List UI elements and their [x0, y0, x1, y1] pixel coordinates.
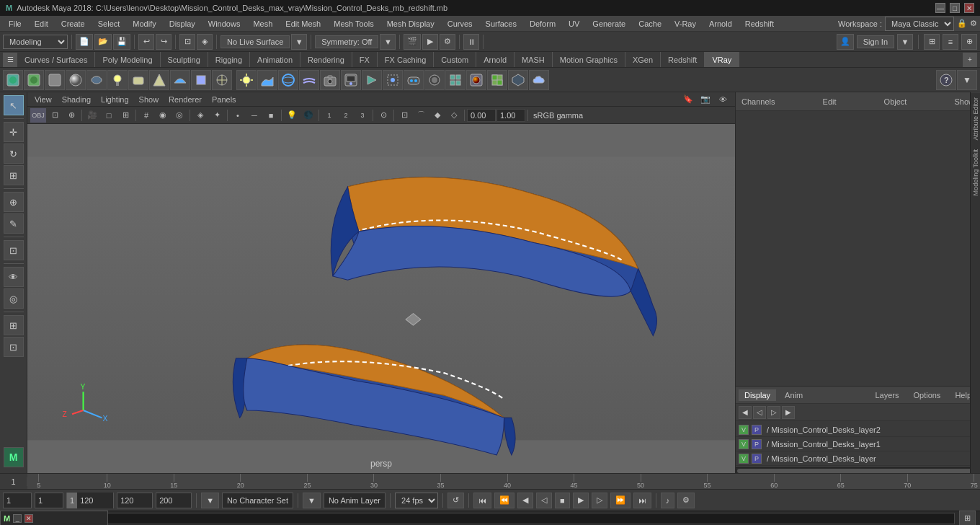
icon-light2[interactable]: [128, 70, 148, 90]
more-options-button[interactable]: ≡: [943, 34, 958, 50]
maximize-button[interactable]: □: [950, 3, 960, 13]
tab-rigging[interactable]: Rigging: [208, 52, 250, 67]
channel-tab-channels[interactable]: Channels: [741, 97, 775, 106]
attr-editor-tab[interactable]: Attribute Editor: [971, 92, 981, 145]
tab-add-icon[interactable]: +: [963, 53, 977, 67]
menu-windows[interactable]: Windows: [202, 18, 246, 30]
next-key-btn[interactable]: ▷: [592, 493, 607, 508]
current-frame-input[interactable]: [3, 493, 32, 508]
render-view-button[interactable]: 🎬: [404, 34, 421, 50]
stop-btn[interactable]: ■: [555, 493, 570, 508]
vp-bookmark-icon[interactable]: 🔖: [680, 92, 696, 107]
vp-resolution-gate[interactable]: □: [101, 108, 117, 123]
vp-grid-toggle[interactable]: #: [138, 108, 154, 123]
anim-prefs-btn[interactable]: ⚙: [677, 493, 695, 508]
icon-material-ball[interactable]: [66, 70, 86, 90]
layer-scroll-left[interactable]: [737, 469, 973, 473]
layer-row-0[interactable]: V P / Mission_Control_Desks_layer2: [736, 423, 980, 437]
tab-redshift[interactable]: Redshift: [661, 52, 705, 67]
vp-snap-curve[interactable]: ⌒: [413, 108, 429, 123]
vp-shadows[interactable]: 🌑: [300, 108, 316, 123]
vp-safe-zones[interactable]: ⊞: [117, 108, 133, 123]
symmetry-options[interactable]: ▼: [380, 34, 396, 50]
snap-toggle[interactable]: ⊡: [4, 240, 24, 260]
tab-sculpting[interactable]: Sculpting: [161, 52, 208, 67]
workspace-select[interactable]: Maya Classic: [885, 17, 954, 31]
range-start-input[interactable]: [35, 493, 63, 508]
lasso-button[interactable]: ◈: [197, 34, 213, 50]
tab-arnold[interactable]: Arnold: [476, 52, 514, 67]
icon-grid[interactable]: [445, 70, 466, 90]
menu-mesh-display[interactable]: Mesh Display: [381, 18, 440, 30]
play-fwd-btn[interactable]: ▶: [573, 493, 589, 508]
layer-tab-display[interactable]: Display: [739, 389, 776, 401]
vp-quality-1[interactable]: 1: [321, 108, 337, 123]
menu-create[interactable]: Create: [55, 18, 91, 30]
layer-vis-0[interactable]: V: [739, 425, 749, 435]
vp-camera-icon[interactable]: 📷: [698, 92, 713, 107]
layer-vis-2[interactable]: V: [739, 454, 749, 464]
viewport-menu-shading[interactable]: Shading: [59, 95, 94, 104]
viewport-menu-lighting[interactable]: Lighting: [98, 95, 132, 104]
layer-tab-anim[interactable]: Anim: [779, 389, 808, 401]
close-button[interactable]: ✕: [964, 3, 974, 13]
icon-sun[interactable]: [236, 70, 257, 90]
script-editor-btn[interactable]: ⊞: [959, 511, 976, 526]
vp-quality-3[interactable]: 3: [355, 108, 370, 123]
icon-shader2[interactable]: [24, 70, 44, 90]
viewport-menu-show[interactable]: Show: [136, 95, 162, 104]
minimize-button[interactable]: —: [935, 3, 945, 13]
layer-btn-right-arrow[interactable]: ▶: [782, 406, 795, 419]
paint-tool[interactable]: ✎: [4, 213, 24, 234]
viewport-menu-renderer[interactable]: Renderer: [166, 95, 205, 104]
mel-input[interactable]: [35, 513, 955, 524]
extra-btn[interactable]: ⊕: [961, 34, 977, 50]
loop-btn[interactable]: ↺: [447, 493, 464, 508]
icon-sky[interactable]: [257, 70, 277, 90]
tab-mash[interactable]: MASH: [514, 52, 553, 67]
icon-shader1[interactable]: [3, 70, 23, 90]
vp-sel-mode-obj[interactable]: OBJ: [30, 108, 46, 123]
vp-face[interactable]: ■: [263, 108, 279, 123]
tab-poly-modeling[interactable]: Poly Modeling: [95, 52, 160, 67]
channel-tab-object[interactable]: Object: [884, 97, 907, 106]
menu-surfaces[interactable]: Surfaces: [480, 18, 522, 30]
frame-all[interactable]: ⊞: [4, 315, 24, 335]
grid-view-button[interactable]: ⊞: [924, 34, 940, 50]
menu-generate[interactable]: Generate: [587, 18, 631, 30]
icon-tex[interactable]: [487, 70, 507, 90]
vp-lights[interactable]: 💡: [284, 108, 300, 123]
mini-window-close[interactable]: ✕: [24, 514, 33, 523]
icon-fog[interactable]: [299, 70, 319, 90]
channel-tab-edit[interactable]: Edit: [823, 97, 837, 106]
tab-rendering[interactable]: Rendering: [300, 52, 352, 67]
icon-cloud[interactable]: [529, 70, 549, 90]
mini-window-minimize[interactable]: _: [13, 514, 22, 523]
menu-uv[interactable]: UV: [563, 18, 585, 30]
new-scene-button[interactable]: 📄: [76, 34, 93, 50]
anim-end-input[interactable]: [77, 493, 113, 508]
modeling-toolkit-tab[interactable]: Modeling Toolkit: [971, 145, 981, 200]
viewport-menu-view[interactable]: View: [32, 95, 55, 104]
vp-snap-view[interactable]: ◇: [446, 108, 462, 123]
icon-camera[interactable]: [320, 70, 340, 90]
icon-light1[interactable]: [107, 70, 128, 90]
jump-start-btn[interactable]: ⏮: [473, 493, 491, 508]
symmetry-button[interactable]: Symmetry: Off: [315, 35, 378, 48]
icon-dome[interactable]: [170, 70, 190, 90]
vp-snap-point[interactable]: ◆: [429, 108, 445, 123]
save-scene-button[interactable]: 💾: [113, 34, 130, 50]
scale-tool[interactable]: ⊞: [4, 165, 24, 185]
select-mode-button[interactable]: ⊡: [179, 34, 195, 50]
prev-key-btn[interactable]: ◀: [517, 493, 533, 508]
vp-wireframe[interactable]: ◎: [172, 108, 187, 123]
vp-camera-speed[interactable]: 🎥: [84, 108, 100, 123]
menu-select[interactable]: Select: [92, 18, 126, 30]
menu-mesh-tools[interactable]: Mesh Tools: [328, 18, 379, 30]
timeline-ruler[interactable]: 5 10 15 20 25 30 35 40 45 50 55 60 65 70…: [27, 474, 980, 489]
vp-quality-2[interactable]: 2: [338, 108, 354, 123]
icon-light3[interactable]: [149, 70, 169, 90]
layer-btn-left-arrow[interactable]: ◀: [739, 406, 752, 419]
anim-layer-dropdown[interactable]: ▼: [303, 493, 321, 508]
icon-render-region[interactable]: [383, 70, 403, 90]
